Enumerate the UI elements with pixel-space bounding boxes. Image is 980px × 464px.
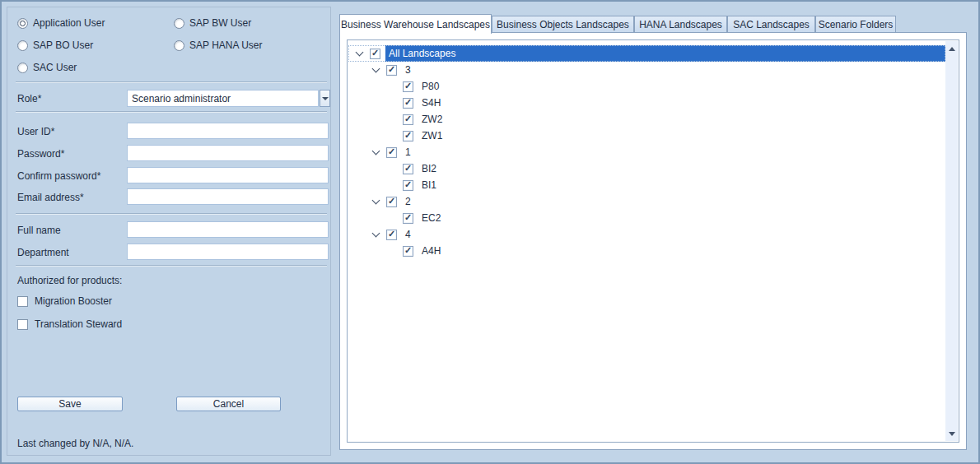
confirm-password-field[interactable] (127, 167, 329, 183)
checkbox-icon[interactable] (17, 296, 28, 307)
tree-node-label: BI1 (418, 177, 440, 193)
role-dropdown-button[interactable] (320, 90, 330, 107)
tab-business-warehouse-landscapes[interactable]: Business Warehouse Landscapes (339, 14, 492, 34)
tree-node-label: BI2 (418, 160, 440, 177)
tree-node[interactable]: S4H (348, 95, 945, 111)
checkbox-label: Translation Steward (35, 318, 122, 330)
confirm-password-label: Confirm password* (17, 170, 100, 182)
tree-node[interactable]: BI1 (348, 177, 945, 193)
radio-button-icon[interactable] (174, 40, 184, 51)
radio-application-user[interactable]: Application User (17, 17, 105, 29)
node-checkbox[interactable] (403, 131, 413, 142)
node-checkbox[interactable] (370, 49, 380, 59)
node-checkbox[interactable] (403, 98, 413, 109)
department-field[interactable] (127, 244, 329, 260)
authorized-products-label: Authorized for products: (17, 275, 122, 286)
radio-sac-user[interactable]: SAC User (17, 62, 77, 73)
radio-sap-bo-user[interactable]: SAP BO User (17, 39, 93, 51)
node-checkbox[interactable] (403, 164, 413, 174)
user-id-field[interactable] (127, 123, 329, 139)
radio-button-icon[interactable] (17, 63, 28, 73)
separator (16, 213, 327, 214)
tree-node-label: S4H (418, 95, 444, 111)
node-checkbox[interactable] (403, 81, 413, 92)
tree-scrollbar[interactable] (945, 41, 958, 441)
chevron-spacer (388, 130, 403, 142)
radio-sap-hana-user[interactable]: SAP HANA User (174, 39, 262, 51)
radio-sap-bw-user[interactable]: SAP BW User (174, 17, 251, 29)
password-field[interactable] (127, 145, 329, 161)
chevron-down-icon[interactable] (371, 196, 386, 207)
node-checkbox[interactable] (403, 246, 413, 257)
user-id-label: User ID* (17, 126, 54, 137)
radio-label: SAP BO User (33, 39, 93, 51)
role-combobox[interactable]: Scenario administrator (127, 90, 319, 107)
tab-business-objects-landscapes[interactable]: Business Objects Landscapes (492, 16, 634, 32)
tree-node-all-landscapes[interactable]: All Landscapes (348, 45, 945, 62)
node-checkbox[interactable] (386, 230, 397, 240)
scroll-up-arrow-icon[interactable] (945, 43, 958, 54)
tree-node-label: ZW1 (418, 128, 446, 144)
radio-button-icon[interactable] (174, 18, 184, 29)
radio-label: SAC User (33, 62, 77, 73)
email-label: Email address* (17, 192, 84, 203)
radio-button-icon[interactable] (17, 18, 28, 29)
tree-node[interactable]: EC2 (348, 210, 945, 226)
node-checkbox[interactable] (403, 180, 413, 191)
cancel-button[interactable]: Cancel (176, 397, 281, 411)
chevron-spacer (388, 114, 403, 125)
tree-node-label: 4 (402, 226, 414, 243)
checkbox-icon[interactable] (17, 319, 28, 330)
chevron-spacer (388, 179, 403, 191)
chevron-spacer (388, 81, 403, 92)
user-admin-window: Application User SAP BW User SAP BO User… (0, 0, 980, 464)
chevron-down-icon[interactable] (355, 48, 370, 59)
full-name-label: Full name (17, 225, 61, 236)
full-name-field[interactable] (127, 221, 329, 238)
chevron-spacer (388, 212, 403, 224)
tree-node[interactable]: P80 (348, 78, 945, 95)
chevron-spacer (388, 245, 403, 257)
separator (16, 81, 327, 82)
node-checkbox[interactable] (386, 147, 397, 158)
tree-node-label: 2 (402, 193, 414, 210)
landscape-tree: All Landscapes 3 P80 S4H ZW2 (347, 39, 959, 443)
radio-button-icon[interactable] (17, 40, 28, 51)
department-label: Department (17, 247, 69, 258)
tree-node[interactable]: BI2 (348, 160, 945, 177)
radio-label: Application User (33, 17, 105, 29)
chevron-down-icon[interactable] (371, 146, 386, 158)
tree-node-label: 3 (402, 62, 414, 78)
node-checkbox[interactable] (386, 197, 397, 207)
checkbox-translation-steward[interactable]: Translation Steward (17, 318, 122, 330)
last-changed-text: Last changed by N/A, N/A. (17, 438, 133, 449)
node-checkbox[interactable] (403, 213, 413, 224)
email-field[interactable] (127, 188, 329, 205)
tree-node[interactable]: 2 (348, 193, 945, 210)
scroll-down-arrow-icon[interactable] (945, 428, 958, 439)
radio-label: SAP BW User (189, 17, 251, 29)
checkbox-migration-booster[interactable]: Migration Booster (17, 295, 112, 307)
checkbox-label: Migration Booster (35, 295, 112, 307)
tree-node[interactable]: ZW1 (348, 128, 945, 144)
tab-scenario-folders[interactable]: Scenario Folders (815, 16, 896, 32)
node-checkbox[interactable] (386, 65, 397, 76)
tree-node[interactable]: A4H (348, 243, 945, 259)
radio-label: SAP HANA User (189, 39, 262, 51)
chevron-spacer (388, 163, 403, 174)
tree-node[interactable]: 1 (348, 144, 945, 160)
chevron-down-icon[interactable] (371, 229, 386, 240)
tab-hana-landscapes[interactable]: HANA Landscapes (634, 16, 727, 32)
tree-rows: All Landscapes 3 P80 S4H ZW2 (348, 41, 945, 441)
tab-sac-landscapes[interactable]: SAC Landscapes (727, 16, 815, 32)
save-button[interactable]: Save (17, 397, 123, 411)
tree-node[interactable]: 3 (348, 62, 945, 78)
role-value: Scenario administrator (132, 93, 231, 104)
tree-node-label: ZW2 (418, 111, 446, 128)
node-checkbox[interactable] (403, 114, 413, 125)
tree-node[interactable]: ZW2 (348, 111, 945, 128)
chevron-spacer (388, 97, 403, 109)
tree-node[interactable]: 4 (348, 226, 945, 243)
role-label: Role* (17, 93, 41, 104)
chevron-down-icon[interactable] (371, 64, 386, 76)
